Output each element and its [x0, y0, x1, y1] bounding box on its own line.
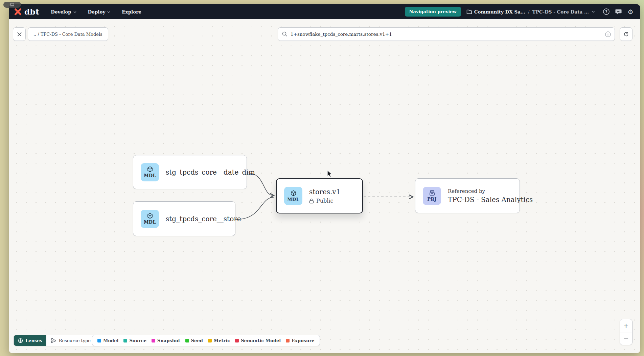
legend-item-source: Source: [123, 338, 146, 343]
navigation-preview-badge[interactable]: Navigation preview: [405, 7, 461, 17]
menu-develop[interactable]: Develop: [51, 9, 76, 15]
legend-item-metric: Metric: [208, 338, 230, 343]
feedback-icon[interactable]: [615, 8, 622, 16]
legend-label: Exposure: [292, 338, 314, 343]
legend-swatch: [208, 339, 212, 342]
chevron-down-icon: [73, 11, 76, 13]
badge-label: PRJ: [427, 197, 437, 202]
main-menu: Develop Deploy Explore: [51, 9, 141, 15]
breadcrumb-separator: /: [528, 9, 530, 15]
chevron-down-icon[interactable]: [592, 10, 595, 13]
legend-swatch: [235, 339, 239, 342]
folder-icon: [466, 9, 472, 14]
refresh-button[interactable]: [620, 27, 632, 41]
info-icon[interactable]: [605, 31, 611, 39]
svg-text:?: ?: [605, 9, 607, 14]
legend-item-exposure: Exposure: [286, 338, 314, 343]
lineage-breadcrumb[interactable]: .. / TPC-DS - Core Data Models: [28, 27, 108, 41]
project-crumb[interactable]: TPC-DS - Core Data ...: [532, 9, 589, 15]
resource-graph-icon: [51, 338, 56, 343]
chevron-down-icon: [107, 11, 110, 13]
badge-label: MDL: [287, 197, 299, 202]
edge-date-dim-to-stores: [247, 173, 274, 196]
node-tpcds-sales-analytics[interactable]: PRJ Referenced by TPC-DS - Sales Analyti…: [415, 178, 520, 213]
screen-icon: [10, 3, 15, 6]
app-window: dbt Develop Deploy Explore Navigation pr…: [9, 4, 640, 353]
badge-label: MDL: [144, 220, 156, 225]
node-title: TPC-DS - Sales Analytics: [448, 196, 533, 204]
node-stg-tpcds-core-date-dim[interactable]: MDL stg_tpcds_core__date_dim: [133, 155, 247, 189]
legend-swatch: [123, 339, 127, 342]
zoom-control: + −: [620, 319, 632, 345]
account-crumb[interactable]: Community DX Sa...: [466, 9, 525, 15]
model-badge: MDL: [141, 163, 159, 181]
badge-label: MDL: [144, 173, 156, 178]
node-title: stores.v1: [309, 188, 340, 196]
navbar-icons: ? ⚙: [602, 8, 634, 16]
legend-label: Model: [103, 338, 118, 343]
legend-swatch: [152, 339, 155, 342]
legend-item-semantic-model: Semantic Model: [235, 338, 281, 343]
project-badge: PRJ: [423, 187, 441, 205]
legend-item-model: Model: [97, 338, 118, 343]
zoom-in-button[interactable]: +: [620, 319, 632, 332]
breadcrumb: Community DX Sa... / TPC-DS - Core Data …: [466, 9, 595, 15]
access-label: Public: [316, 198, 334, 204]
dbt-wordmark: dbt: [24, 7, 39, 16]
legend-item-snapshot: Snapshot: [152, 338, 180, 343]
access-row: Public: [309, 198, 340, 204]
screen-capture-indicator: [3, 2, 21, 8]
legend-label: Seed: [191, 338, 203, 343]
lineage-canvas[interactable]: .. / TPC-DS - Core Data Models: [9, 19, 640, 353]
cube-icon: [290, 190, 297, 197]
model-badge: MDL: [141, 210, 159, 228]
settings-gear-icon[interactable]: ⚙: [627, 8, 634, 16]
legend-label: Snapshot: [157, 338, 180, 343]
legend-swatch: [286, 339, 290, 342]
menu-explore-label: Explore: [122, 9, 141, 15]
lenses-control: Lenses Resource type: [14, 335, 101, 346]
cube-icon: [147, 166, 153, 173]
resource-type-legend: Model Source Snapshot Seed Metric Semant…: [92, 335, 320, 346]
legend-swatch: [97, 339, 101, 342]
refresh-icon: [623, 31, 629, 37]
lens-aperture-icon: [18, 338, 23, 343]
lenses-button[interactable]: Lenses: [14, 335, 46, 346]
lenses-label: Lenses: [25, 338, 42, 343]
legend-label: Metric: [214, 338, 230, 343]
lock-icon: [309, 198, 314, 204]
dbt-logo[interactable]: dbt: [14, 7, 39, 16]
edge-store-to-stores: [235, 197, 274, 220]
legend-label: Source: [129, 338, 146, 343]
account-crumb-label: Community DX Sa...: [474, 9, 525, 15]
zoom-out-button[interactable]: −: [620, 332, 632, 345]
menu-explore[interactable]: Explore: [122, 9, 141, 15]
search-icon: [282, 31, 288, 37]
close-button[interactable]: [13, 27, 26, 41]
node-title: stg_tpcds_core__date_dim: [166, 168, 255, 176]
navbar-right: Navigation preview Community DX Sa... / …: [405, 7, 634, 17]
node-title: stg_tpcds_core__store: [166, 215, 241, 223]
node-stg-tpcds-core-store[interactable]: MDL stg_tpcds_core__store: [133, 201, 235, 236]
menu-deploy[interactable]: Deploy: [88, 9, 111, 15]
node-pretitle: Referenced by: [448, 188, 533, 194]
legend-label: Semantic Model: [241, 338, 281, 343]
dbt-logo-icon: [14, 7, 22, 16]
cube-icon: [147, 213, 153, 219]
menu-develop-label: Develop: [51, 9, 71, 15]
close-icon: [17, 32, 22, 37]
model-badge: MDL: [284, 187, 302, 205]
archive-icon: [429, 190, 435, 196]
search-input[interactable]: [291, 31, 602, 37]
node-stores-v1[interactable]: MDL stores.v1 Public: [276, 178, 363, 213]
resource-type-label: Resource type: [59, 338, 91, 343]
lineage-search: [278, 27, 615, 41]
menu-deploy-label: Deploy: [88, 9, 106, 15]
legend-item-seed: Seed: [185, 338, 203, 343]
top-navbar: dbt Develop Deploy Explore Navigation pr…: [9, 4, 640, 19]
help-icon[interactable]: ?: [602, 8, 610, 16]
legend-swatch: [185, 339, 189, 342]
